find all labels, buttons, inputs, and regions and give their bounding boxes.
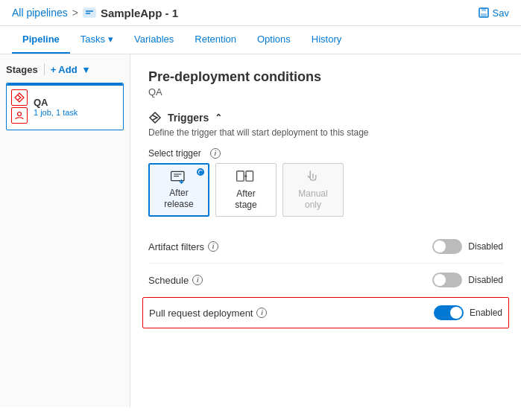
save-label: Sav <box>493 7 509 19</box>
add-chevron-icon: ▾ <box>83 64 89 75</box>
tasks-chevron-icon: ▾ <box>108 34 113 45</box>
select-trigger-label: Select trigger <box>148 148 201 159</box>
schedule-info-icon[interactable]: i <box>192 275 203 285</box>
tab-tasks[interactable]: Tasks ▾ <box>70 26 124 54</box>
svg-rect-4 <box>481 8 486 11</box>
stage-info: QA 1 job, 1 task <box>34 97 78 117</box>
schedule-toggle-right: Disabled <box>432 273 503 287</box>
artifact-filters-row: Artifact filters i Disabled <box>148 230 503 264</box>
schedule-row: Schedule i Disabled <box>148 264 503 297</box>
trigger-card-after-stage[interactable]: After stage <box>215 163 277 217</box>
stage-name: QA <box>34 97 78 108</box>
tab-pipeline[interactable]: Pipeline <box>12 26 70 54</box>
tab-history[interactable]: History <box>301 26 352 54</box>
schedule-status: Disabled <box>468 275 503 285</box>
svg-rect-0 <box>83 8 95 17</box>
save-icon <box>478 7 490 19</box>
manual-only-label: Manual only <box>298 188 327 211</box>
trigger-select-row: Select trigger i <box>148 148 503 159</box>
artifact-filters-toggle[interactable] <box>432 239 462 254</box>
artifact-filters-label: Artifact filters i <box>148 241 218 252</box>
stage-meta: 1 job, 1 task <box>34 108 78 117</box>
content-area: Pre-deployment conditions QA Triggers ⌃ … <box>130 54 521 407</box>
pull-request-status: Enabled <box>470 308 502 318</box>
after-stage-label: After stage <box>235 188 256 211</box>
add-stage-button[interactable]: + Add <box>51 64 78 75</box>
stage-top-bar <box>7 83 123 86</box>
save-button[interactable]: Sav <box>478 7 509 19</box>
app-title: SampleApp - 1 <box>83 6 178 19</box>
sidebar-divider <box>44 63 45 75</box>
tab-retention[interactable]: Retention <box>184 26 247 54</box>
after-release-radio <box>197 168 204 176</box>
top-bar: All pipelines > SampleApp - 1 Sav <box>0 0 521 26</box>
trigger-cards: After release After stage Manual only <box>148 163 503 217</box>
stages-label: Stages <box>6 64 38 75</box>
triggers-icon <box>148 111 162 124</box>
pull-request-row: Pull request deployment i Enabled <box>142 297 509 328</box>
triggers-label: Triggers <box>168 112 209 124</box>
trigger-card-manual-only[interactable]: Manual only <box>282 163 344 217</box>
trigger-card-after-release[interactable]: After release <box>148 163 209 217</box>
breadcrumb-link[interactable]: All pipelines <box>12 7 68 19</box>
pull-request-toggle-right: Enabled <box>434 305 502 320</box>
stage-trigger-icon <box>11 89 28 106</box>
pipeline-icon <box>83 6 96 19</box>
triggers-desc: Define the trigger that will start deplo… <box>148 127 503 138</box>
artifact-filters-toggle-right: Disabled <box>432 239 503 254</box>
sidebar: Stages + Add ▾ <box>0 54 130 407</box>
triggers-collapse-icon[interactable]: ⌃ <box>215 112 222 123</box>
stage-icons <box>11 89 28 124</box>
artifact-filters-status: Disabled <box>468 241 503 252</box>
schedule-label: Schedule i <box>148 275 203 286</box>
artifact-filters-info-icon[interactable]: i <box>208 241 218 252</box>
stage-user-icon <box>11 107 28 124</box>
triggers-section-header: Triggers ⌃ <box>148 111 503 124</box>
main-layout: Stages + Add ▾ <box>0 54 521 407</box>
breadcrumb: All pipelines > SampleApp - 1 <box>12 6 178 19</box>
pull-request-toggle[interactable] <box>434 305 464 320</box>
manual-only-icon <box>303 168 323 185</box>
tab-variables[interactable]: Variables <box>124 26 184 54</box>
content-title: Pre-deployment conditions <box>148 69 503 85</box>
stage-card-qa[interactable]: QA 1 job, 1 task <box>6 83 124 130</box>
app-name-label: SampleApp - 1 <box>101 7 178 19</box>
schedule-toggle[interactable] <box>432 273 462 287</box>
tab-options[interactable]: Options <box>247 26 301 54</box>
svg-point-6 <box>18 112 22 116</box>
after-release-label: After release <box>164 188 193 211</box>
content-subtitle: QA <box>148 86 503 98</box>
svg-rect-10 <box>237 171 244 181</box>
pull-request-info-icon[interactable]: i <box>256 308 267 318</box>
nav-tabs: Pipeline Tasks ▾ Variables Retention Opt… <box>0 26 521 54</box>
sidebar-header: Stages + Add ▾ <box>6 63 124 75</box>
breadcrumb-sep: > <box>72 7 78 19</box>
select-trigger-info-icon[interactable]: i <box>210 148 221 159</box>
after-release-icon <box>168 169 189 185</box>
after-stage-icon <box>236 168 256 185</box>
pull-request-label: Pull request deployment i <box>149 308 267 319</box>
svg-rect-5 <box>481 13 487 16</box>
